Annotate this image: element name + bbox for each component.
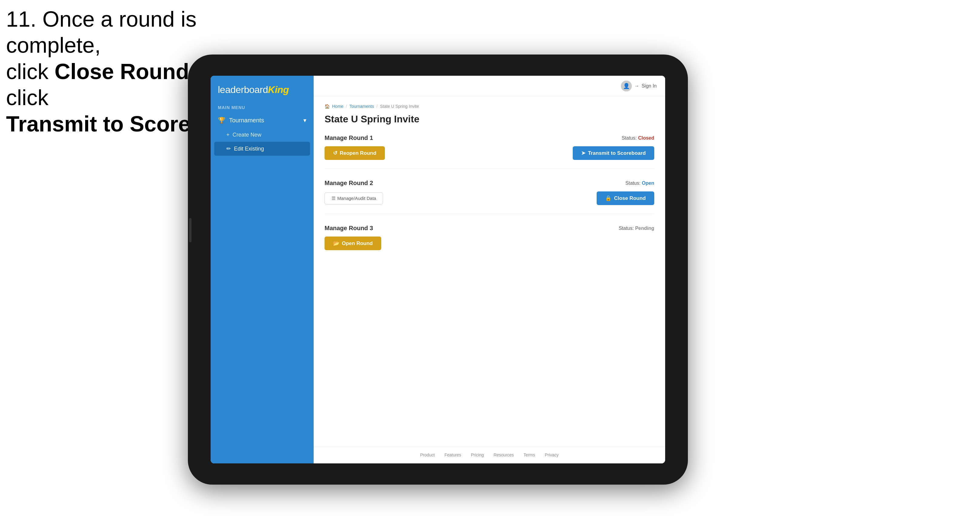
round-1-status-value: Closed xyxy=(638,135,654,141)
page-title: State U Spring Invite xyxy=(325,114,654,125)
footer-terms[interactable]: Terms xyxy=(523,452,535,457)
transmit-to-scoreboard-button[interactable]: ➤ Transmit to Scoreboard xyxy=(573,146,654,160)
sidebar: leaderboardKing MAIN MENU 🏆 Tournaments … xyxy=(211,76,313,464)
audit-icon: ☰ xyxy=(331,196,336,201)
round-2-section: Manage Round 2 Status: Open ☰ Manage/Aud… xyxy=(325,179,654,214)
footer-pricing[interactable]: Pricing xyxy=(471,452,484,457)
instruction-line1: 11. Once a round is complete, xyxy=(6,7,196,57)
round-3-actions: 📂 Open Round xyxy=(325,237,654,250)
breadcrumb-tournaments[interactable]: Tournaments xyxy=(349,104,374,109)
transmit-icon: ➤ xyxy=(581,150,585,156)
round-2-status-value: Open xyxy=(642,181,654,186)
edit-icon: ✏ xyxy=(226,145,231,152)
tablet-screen: leaderboardKing MAIN MENU 🏆 Tournaments … xyxy=(211,76,665,464)
round-3-title: Manage Round 3 xyxy=(325,225,373,232)
transmit-label: Transmit to Scoreboard xyxy=(588,150,646,156)
manage-audit-label: Manage/Audit Data xyxy=(337,196,376,201)
tablet-side-button xyxy=(189,218,191,242)
round-1-section: Manage Round 1 Status: Closed ↺ Reopen R… xyxy=(325,135,654,169)
open-round-button[interactable]: 📂 Open Round xyxy=(325,237,381,250)
round-2-header: Manage Round 2 Status: Open xyxy=(325,179,654,187)
sidebar-item-edit-existing[interactable]: ✏ Edit Existing xyxy=(214,142,310,156)
arrow-right-icon: → xyxy=(634,83,639,89)
round-1-actions: ↺ Reopen Round ➤ Transmit to Scoreboard xyxy=(325,146,654,160)
breadcrumb-home-icon: 🏠 xyxy=(325,104,330,109)
round-2-status: Status: Open xyxy=(625,181,654,186)
round-1-status: Status: Closed xyxy=(622,135,654,141)
round-3-status-value: Pending xyxy=(635,225,654,231)
breadcrumb: 🏠 Home / Tournaments / State U Spring In… xyxy=(325,104,654,109)
breadcrumb-sep1: / xyxy=(346,104,347,109)
round-3-status: Status: Pending xyxy=(619,225,654,231)
avatar: 👤 xyxy=(621,81,632,92)
sidebar-item-create-new[interactable]: + Create New xyxy=(211,128,313,142)
top-bar: 👤 → Sign In xyxy=(313,76,665,97)
plus-icon: + xyxy=(226,132,230,138)
breadcrumb-home[interactable]: Home xyxy=(332,104,343,109)
footer-privacy[interactable]: Privacy xyxy=(545,452,559,457)
open-round-label: Open Round xyxy=(342,240,373,246)
sign-in-label: Sign In xyxy=(641,83,657,89)
instruction-bold1: Close Round xyxy=(54,59,189,84)
main-menu-label: MAIN MENU xyxy=(211,102,313,113)
round-1-title: Manage Round 1 xyxy=(325,135,373,141)
sidebar-item-tournaments[interactable]: 🏆 Tournaments ▾ xyxy=(211,113,313,128)
round-3-section: Manage Round 3 Status: Pending 📂 Open Ro… xyxy=(325,225,654,259)
lock-icon: 🔒 xyxy=(605,195,611,202)
edit-existing-label: Edit Existing xyxy=(234,146,264,152)
instruction-line2: click xyxy=(6,59,54,84)
chevron-down-icon: ▾ xyxy=(303,117,306,124)
tablet-frame: leaderboardKing MAIN MENU 🏆 Tournaments … xyxy=(188,54,688,484)
trophy-icon: 🏆 xyxy=(218,117,226,124)
round-3-header: Manage Round 3 Status: Pending xyxy=(325,225,654,232)
main-content: 👤 → Sign In 🏠 Home / Tournaments / State… xyxy=(313,76,665,464)
tournaments-nav-label: Tournaments xyxy=(229,117,264,124)
logo-area: leaderboardKing xyxy=(211,76,313,102)
reopen-icon: ↺ xyxy=(333,150,337,156)
close-round-label: Close Round xyxy=(614,195,646,202)
content-area: 🏠 Home / Tournaments / State U Spring In… xyxy=(313,97,665,446)
breadcrumb-current: State U Spring Invite xyxy=(380,104,419,109)
logo-leaderboard: leaderboard xyxy=(218,84,268,95)
round-2-actions: ☰ Manage/Audit Data 🔒 Close Round xyxy=(325,191,654,205)
footer: Product Features Pricing Resources Terms… xyxy=(313,446,665,464)
logo: leaderboardKing xyxy=(218,84,306,95)
round-2-title: Manage Round 2 xyxy=(325,179,373,187)
breadcrumb-sep2: / xyxy=(376,104,377,109)
logo-king: King xyxy=(268,84,289,95)
sign-in-button[interactable]: 👤 → Sign In xyxy=(621,81,657,92)
footer-resources[interactable]: Resources xyxy=(494,452,514,457)
close-round-button[interactable]: 🔒 Close Round xyxy=(597,191,654,205)
open-icon: 📂 xyxy=(333,240,339,246)
footer-product[interactable]: Product xyxy=(420,452,434,457)
round-1-header: Manage Round 1 Status: Closed xyxy=(325,135,654,141)
reopen-round-button[interactable]: ↺ Reopen Round xyxy=(325,146,385,160)
create-new-label: Create New xyxy=(233,132,261,138)
footer-features[interactable]: Features xyxy=(445,452,461,457)
manage-audit-data-button[interactable]: ☰ Manage/Audit Data xyxy=(325,192,383,205)
reopen-round-label: Reopen Round xyxy=(340,150,376,156)
